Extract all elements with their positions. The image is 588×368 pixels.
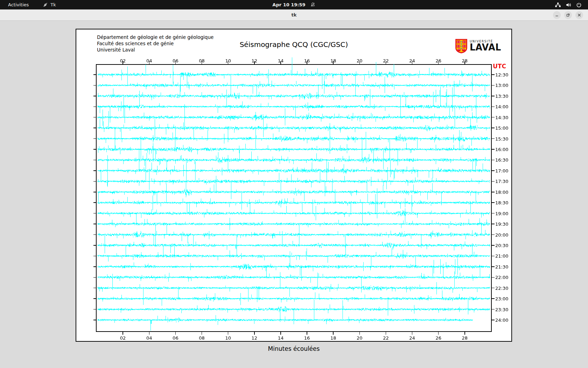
x-axis-label-bottom: 24 xyxy=(409,335,415,341)
x-axis-tick-bottom xyxy=(202,332,202,335)
x-axis-label-bottom: 18 xyxy=(330,335,336,341)
row-tick-right xyxy=(492,96,495,96)
x-axis-tick-bottom xyxy=(254,332,255,335)
row-tick-left xyxy=(93,234,96,235)
row-tick-left xyxy=(93,181,96,182)
x-axis-label-top: 26 xyxy=(435,58,441,63)
x-axis-label-bottom: 16 xyxy=(304,335,310,341)
row-tick-right xyxy=(492,266,495,267)
laval-shield-icon xyxy=(455,39,467,55)
x-axis-label-top: 22 xyxy=(383,58,389,63)
x-axis-tick-bottom xyxy=(412,332,413,335)
row-tick-right xyxy=(492,107,495,107)
minimize-button[interactable] xyxy=(553,11,561,19)
x-axis-label-top: 20 xyxy=(357,58,363,63)
row-tick-right xyxy=(492,192,495,192)
institution-line-1: Département de géologie et de génie géol… xyxy=(97,34,214,40)
x-axis-label-top: 04 xyxy=(146,58,152,63)
close-button[interactable] xyxy=(575,11,583,19)
power-icon[interactable] xyxy=(576,2,582,8)
volume-icon[interactable] xyxy=(566,2,572,8)
trace-time-label: 24:00 xyxy=(495,318,508,323)
row-tick-left xyxy=(93,202,96,203)
clock[interactable]: Apr 10 19:59 xyxy=(272,2,305,7)
trace-time-label: 14:00 xyxy=(495,104,508,109)
row-tick-left xyxy=(93,117,96,118)
notifications-muted-icon xyxy=(310,2,316,7)
seismograph-page: Département de géologie et de génie géol… xyxy=(76,29,512,342)
x-axis-label-bottom: 20 xyxy=(357,335,363,341)
row-tick-right xyxy=(492,309,495,310)
x-axis-title: Minutes écoulées xyxy=(76,345,511,352)
row-tick-left xyxy=(93,245,96,246)
trace-time-label: 15:30 xyxy=(495,136,508,141)
row-tick-right xyxy=(492,117,495,118)
trace-time-label: 22:00 xyxy=(495,275,508,280)
x-axis-label-top: 10 xyxy=(225,58,231,63)
row-tick-right xyxy=(492,128,495,128)
row-tick-left xyxy=(93,224,96,224)
x-axis-label-bottom: 06 xyxy=(173,335,178,341)
row-tick-right xyxy=(492,74,495,75)
row-tick-right xyxy=(492,298,495,299)
row-tick-right xyxy=(492,149,495,150)
row-tick-right xyxy=(492,245,495,246)
row-tick-left xyxy=(93,149,96,150)
trace-time-label: 19:30 xyxy=(495,222,508,227)
row-tick-left xyxy=(93,213,96,214)
row-tick-left xyxy=(93,85,96,86)
x-axis-label-top: 28 xyxy=(462,58,468,63)
x-axis-tick-bottom xyxy=(438,332,439,335)
x-axis-tick-bottom xyxy=(359,332,360,335)
x-axis-label-bottom: 08 xyxy=(199,335,205,341)
app-menu[interactable]: Tk xyxy=(43,2,56,7)
trace-time-label: 23:00 xyxy=(495,296,508,301)
tk-window-content: Département de géologie et de génie géol… xyxy=(0,21,588,368)
row-tick-left xyxy=(93,192,96,192)
row-tick-left xyxy=(93,266,96,267)
x-axis-label-top: 14 xyxy=(278,58,284,63)
plot-title: Séismographe QCQ (CGC/GSC) xyxy=(76,40,511,49)
activities-button[interactable]: Activities xyxy=(6,1,31,8)
window-title: tk xyxy=(0,9,588,20)
x-axis-label-top: 06 xyxy=(173,58,178,63)
row-tick-left xyxy=(93,309,96,310)
x-axis-tick-bottom xyxy=(464,332,465,335)
row-tick-right xyxy=(492,138,495,139)
trace-time-label: 20:00 xyxy=(495,232,508,237)
x-axis-label-top: 16 xyxy=(304,58,310,63)
row-tick-left xyxy=(93,138,96,139)
row-tick-left xyxy=(93,298,96,299)
logo-laval-text: LAVAL xyxy=(470,43,501,52)
row-tick-left xyxy=(93,288,96,288)
trace-time-label: 14:30 xyxy=(495,115,508,120)
network-wired-icon[interactable] xyxy=(555,2,561,8)
trace-time-label: 13:30 xyxy=(495,93,508,98)
app-menu-label: Tk xyxy=(50,2,56,7)
row-tick-right xyxy=(492,202,495,203)
trace-time-label: 16:30 xyxy=(495,157,508,163)
row-tick-right xyxy=(492,160,495,161)
x-axis-tick-bottom xyxy=(175,332,176,335)
row-tick-right xyxy=(492,234,495,235)
x-axis-tick-bottom xyxy=(386,332,386,335)
trace-time-label: 19:00 xyxy=(495,211,508,216)
row-tick-left xyxy=(93,256,96,257)
row-tick-left xyxy=(93,107,96,107)
row-tick-left xyxy=(93,320,96,320)
x-axis-tick-bottom xyxy=(149,332,150,335)
x-axis-label-bottom: 28 xyxy=(462,335,468,341)
x-axis-label-bottom: 02 xyxy=(120,335,126,341)
maximize-button[interactable] xyxy=(564,11,572,19)
x-axis-tick-bottom xyxy=(307,332,307,335)
row-tick-right xyxy=(492,181,495,182)
window-title-bar[interactable]: tk xyxy=(0,9,588,21)
row-tick-right xyxy=(492,320,495,320)
row-tick-right xyxy=(492,213,495,214)
x-axis-label-top: 02 xyxy=(120,58,126,63)
trace-time-label: 21:30 xyxy=(495,264,508,269)
trace-time-label: 23:30 xyxy=(495,307,508,312)
trace-time-label: 17:00 xyxy=(495,168,508,173)
row-tick-right xyxy=(492,256,495,257)
trace-time-label: 21:00 xyxy=(495,253,508,259)
